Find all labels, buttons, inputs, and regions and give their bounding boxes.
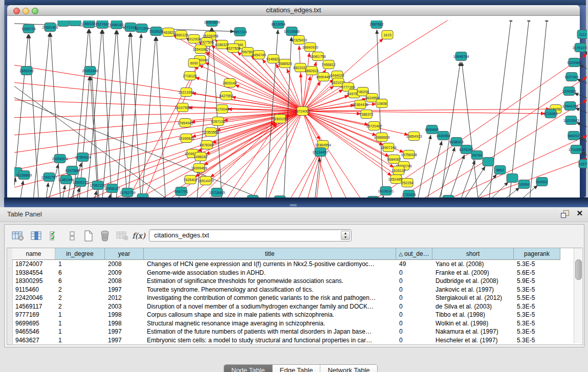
graph-node[interactable]: 1615132 xyxy=(391,166,405,175)
graph-node[interactable]: 1440954 xyxy=(436,132,450,140)
graph-edge[interactable] xyxy=(205,62,302,111)
graph-edge[interactable] xyxy=(302,111,335,203)
cell-short[interactable]: Franke et al. (2009) xyxy=(432,269,514,277)
graph-node[interactable]: 9699695 xyxy=(425,125,439,134)
table-vertical-scrollbar[interactable] xyxy=(574,248,582,343)
tab-edge-table[interactable]: Edge Table xyxy=(273,365,321,372)
function-builder-icon[interactable]: f(x) xyxy=(132,229,146,243)
cell-pagerank[interactable]: 5.3E-5 xyxy=(514,311,560,319)
graph-node[interactable]: 8267130 xyxy=(211,117,225,126)
cell-name[interactable]: 9115460 xyxy=(12,286,55,294)
cell-short[interactable]: Jankovic et al. (1997) xyxy=(432,286,514,294)
graph-node[interactable]: 1170044 xyxy=(215,105,229,114)
table-row[interactable]: 1872400712008Changes of HCN gene express… xyxy=(7,260,570,269)
column-header-title[interactable]: title xyxy=(144,248,396,260)
close-icon[interactable]: ✕ xyxy=(576,209,583,218)
table-row[interactable]: 1456911722003Disruption of a novel membe… xyxy=(7,302,570,311)
graph-edge[interactable] xyxy=(116,33,130,203)
graph-node[interactable]: 9197588 xyxy=(65,166,79,175)
scrollbar-thumb[interactable] xyxy=(575,259,582,280)
graph-node[interactable]: 15720407 xyxy=(366,122,382,130)
graph-node[interactable]: 1527602 xyxy=(95,20,109,29)
cell-pagerank[interactable]: 5.3E-5 xyxy=(514,336,560,345)
graph-node[interactable]: 10653287 xyxy=(81,20,97,28)
graph-edge[interactable] xyxy=(248,111,302,203)
graph-node[interactable]: 19756928 xyxy=(401,150,417,159)
graph-node[interactable]: 1498242 xyxy=(193,152,207,161)
cell-pagerank[interactable]: 5.3E-5 xyxy=(514,260,560,269)
cell-title[interactable]: Investigating the contribution of common… xyxy=(144,294,396,302)
graph-node[interactable]: 13505135 xyxy=(72,178,88,187)
graph-node[interactable]: 924502 xyxy=(536,178,548,186)
graph-node[interactable]: 11451944 xyxy=(58,176,74,184)
graph-node[interactable]: 9329966 xyxy=(567,58,581,67)
cell-short[interactable]: Nakamura et al. (1997) xyxy=(432,327,514,336)
cell-out_degree[interactable]: 0 xyxy=(396,269,432,277)
cell-short[interactable]: Stergiakouli et al. (2012) xyxy=(432,294,514,302)
graph-node[interactable]: 20206576 xyxy=(52,155,68,163)
graph-node[interactable]: 9227343 xyxy=(564,73,578,81)
graph-node[interactable]: 17957223 xyxy=(90,181,105,190)
cell-year[interactable]: 2003 xyxy=(105,302,144,311)
graph-node[interactable]: 16954 xyxy=(518,180,530,189)
graph-node[interactable]: 8215953 xyxy=(543,110,557,118)
graph-edge[interactable] xyxy=(14,111,302,118)
table-row[interactable]: 1938455462009Genome-wide association stu… xyxy=(7,269,570,277)
graph-edge[interactable] xyxy=(86,30,102,203)
graph-node[interactable]: 7425402 xyxy=(183,176,197,184)
column-header-year[interactable]: year xyxy=(105,248,144,260)
cell-pagerank[interactable]: 5.3E-5 xyxy=(514,319,560,328)
cell-pagerank[interactable]: 5.9E-5 xyxy=(514,277,560,286)
graph-node[interactable]: 20691406 xyxy=(42,23,58,32)
graph-edge[interactable] xyxy=(301,73,302,111)
graph-edge[interactable] xyxy=(581,152,587,159)
graph-edge[interactable] xyxy=(157,37,166,203)
window-titlebar[interactable]: citations_edges.txt xyxy=(7,5,580,16)
cell-year[interactable]: 1998 xyxy=(105,319,144,328)
cell-in_degree[interactable]: 2 xyxy=(55,286,105,294)
cell-out_degree[interactable]: 0 xyxy=(396,302,432,311)
graph-node[interactable]: 14136141 xyxy=(378,187,394,195)
cell-short[interactable]: Tibbo et al. (1998) xyxy=(432,311,514,319)
cell-name[interactable]: 9777169 xyxy=(12,311,55,319)
graph-node[interactable]: 9457791 xyxy=(174,187,188,196)
graph-edge[interactable] xyxy=(459,160,475,203)
graph-edge[interactable] xyxy=(286,149,320,203)
graph-edge[interactable] xyxy=(579,65,587,72)
graph-node[interactable]: 2803144 xyxy=(223,79,236,87)
graph-edge[interactable] xyxy=(141,37,156,203)
new-table-icon[interactable] xyxy=(81,229,96,243)
table-row[interactable]: 946362711997Embryonic stem cells: a mode… xyxy=(7,336,570,345)
graph-node[interactable]: 15718485 xyxy=(209,188,225,197)
graph-node[interactable]: 12353554 xyxy=(203,128,219,137)
column-header-short[interactable]: short xyxy=(432,248,514,260)
cell-title[interactable]: Tourette syndrome. Phenomenology and cla… xyxy=(144,286,396,294)
graph-node[interactable]: 18724007 xyxy=(294,107,310,116)
graph-edge[interactable] xyxy=(574,93,587,100)
graph-edge[interactable] xyxy=(14,82,302,111)
graph-edge[interactable] xyxy=(302,111,365,203)
graph-node[interactable]: 16914479 xyxy=(198,177,213,185)
cell-year[interactable]: 1998 xyxy=(105,311,144,319)
graph-node[interactable]: 16107552 xyxy=(175,103,190,112)
graph-node[interactable] xyxy=(70,20,81,26)
tab-network-table[interactable]: Network Table xyxy=(320,365,377,372)
cell-pagerank[interactable]: 5.5E-5 xyxy=(514,294,560,302)
graph-node[interactable]: 2987682 xyxy=(369,20,383,29)
graph-node[interactable]: 16782759 xyxy=(119,188,135,197)
graph-node[interactable]: 16210643 xyxy=(563,116,579,125)
cell-out_degree[interactable]: 0 xyxy=(396,327,432,336)
cell-short[interactable]: Dudbridge et al. (2008) xyxy=(432,277,514,286)
cell-in_degree[interactable]: 1 xyxy=(55,311,105,319)
graph-node[interactable]: 17654943 xyxy=(177,119,193,127)
cell-short[interactable]: Hescheler et al. (1997) xyxy=(432,336,514,345)
graph-node[interactable]: 16053809 xyxy=(204,20,220,27)
graph-node[interactable]: 13213394 xyxy=(178,88,194,97)
graph-node[interactable]: 116753 xyxy=(579,160,587,168)
graph-node[interactable]: 13654923 xyxy=(406,132,422,141)
cell-title[interactable]: Genome-wide association studies in ADHD. xyxy=(144,269,396,277)
cell-name[interactable]: 22420046 xyxy=(12,294,55,302)
column-header-in_degree[interactable]: in_degree xyxy=(55,248,105,260)
graph-edge[interactable] xyxy=(437,147,455,203)
graph-node[interactable]: 18907249 xyxy=(380,143,396,152)
